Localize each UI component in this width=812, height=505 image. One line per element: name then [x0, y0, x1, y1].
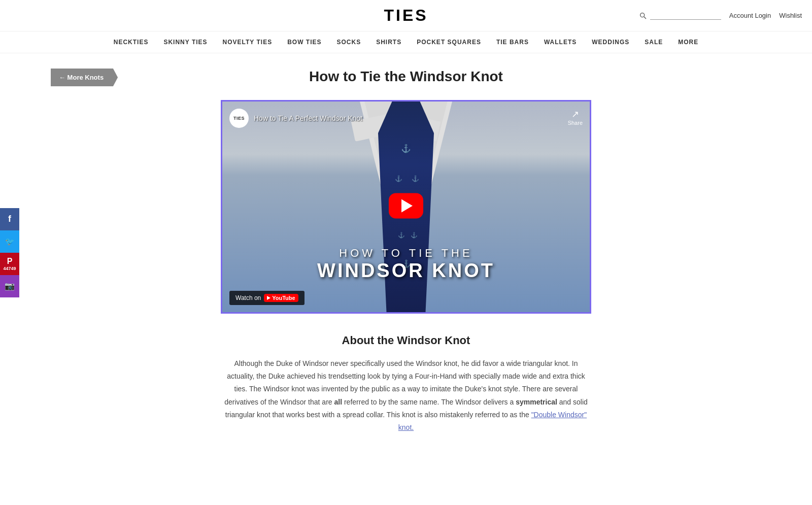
share-label: Share — [568, 120, 583, 126]
youtube-logo: YouTube — [264, 294, 298, 302]
video-title-overlay: How to Tie A Perfect Windsor Knot — [254, 114, 362, 122]
watch-on-youtube-button[interactable]: Watch on YouTube — [229, 291, 304, 305]
svg-point-0 — [640, 13, 644, 17]
nav-sale[interactable]: SALE — [645, 39, 663, 46]
account-login-link[interactable]: Account Login — [729, 12, 771, 19]
video-container[interactable]: ⚓ ⚓ ⚓ ⚓ ⚓ ⚓ ⚓ TIES How to Tie A Perfect … — [221, 100, 591, 314]
nav-novelty-ties[interactable]: NOVELTY TIES — [223, 39, 273, 46]
share-button[interactable]: ↗ Share — [568, 109, 583, 126]
header-right: Account Login Wishlist — [639, 12, 802, 20]
nav-wallets[interactable]: WALLETS — [544, 39, 577, 46]
share-icon: ↗ — [571, 109, 579, 120]
facebook-button[interactable]: f — [0, 208, 19, 230]
play-triangle — [401, 199, 413, 212]
video-bottom-text: HOW TO TIE THE WINDSOR KNOT — [222, 247, 590, 282]
about-title: About the Windsor Knot — [342, 334, 470, 347]
more-knots-button[interactable]: ← More Knots — [51, 69, 118, 86]
nav-neckties[interactable]: NECKTIES — [114, 39, 149, 46]
nav-more[interactable]: MORE — [678, 39, 698, 46]
twitter-button[interactable]: 🐦 — [0, 230, 19, 253]
pinterest-count: 44749 — [3, 266, 16, 271]
social-sidebar: f 🐦 P 44749 📷 — [0, 208, 19, 297]
pinterest-button[interactable]: P 44749 — [0, 253, 19, 275]
nav-tie-bars[interactable]: TIE BARS — [496, 39, 529, 46]
facebook-icon: f — [8, 214, 11, 224]
video-line2: WINDSOR KNOT — [222, 260, 590, 282]
double-windsor-link[interactable]: "Double Windsor" knot. — [398, 411, 587, 431]
nav-weddings[interactable]: WEDDINGS — [592, 39, 629, 46]
search-icon — [639, 12, 647, 20]
nav-bow-ties[interactable]: BOW TIES — [287, 39, 321, 46]
instagram-button[interactable]: 📷 — [0, 275, 19, 297]
youtube-play-icon — [267, 296, 270, 300]
main-nav: NECKTIES SKINNY TIES NOVELTY TIES BOW TI… — [0, 31, 812, 53]
search-input[interactable] — [650, 12, 721, 20]
instagram-icon: 📷 — [5, 281, 15, 291]
watch-label: Watch on — [235, 294, 261, 301]
play-button[interactable] — [389, 193, 423, 218]
nav-pocket-squares[interactable]: POCKET SQUARES — [417, 39, 481, 46]
search-area — [639, 12, 721, 20]
about-paragraph: Although the Duke of Windsor never speci… — [223, 357, 589, 434]
more-knots-label: ← More Knots — [59, 74, 104, 81]
page-title: How to Tie the Windsor Knot — [309, 69, 503, 85]
header: TIES Account Login Wishlist — [0, 0, 812, 31]
main-content: How to Tie the Windsor Knot ⚓ ⚓ ⚓ ⚓ — [51, 53, 761, 454]
nav-socks[interactable]: SOCKS — [337, 39, 361, 46]
svg-line-1 — [644, 17, 646, 19]
page-content: ← More Knots How to Tie the Windsor Knot… — [51, 53, 761, 454]
video-line1: HOW TO TIE THE — [222, 247, 590, 260]
video-overlay-top: TIES How to Tie A Perfect Windsor Knot — [229, 109, 362, 128]
nav-shirts[interactable]: SHIRTS — [376, 39, 401, 46]
video-thumbnail[interactable]: ⚓ ⚓ ⚓ ⚓ ⚓ ⚓ ⚓ TIES How to Tie A Perfect … — [222, 102, 590, 312]
ties-badge: TIES — [229, 109, 249, 128]
wishlist-link[interactable]: Wishlist — [779, 12, 802, 19]
site-logo[interactable]: TIES — [384, 6, 428, 25]
pinterest-icon: P — [7, 257, 13, 266]
youtube-label: YouTube — [272, 295, 295, 301]
twitter-icon: 🐦 — [5, 237, 15, 246]
nav-skinny-ties[interactable]: SKINNY TIES — [163, 39, 207, 46]
about-text-content: Although the Duke of Windsor never speci… — [224, 359, 588, 431]
